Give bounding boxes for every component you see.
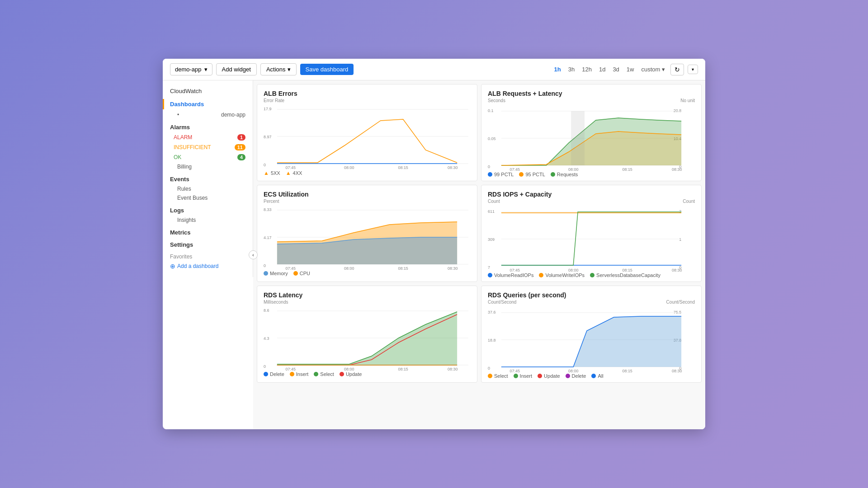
dashboard-dropdown-value: demo-app [175, 66, 202, 73]
rds-iops-y-label: Count [488, 199, 500, 204]
svg-marker-57 [277, 312, 457, 365]
time-3h-button[interactable]: 3h [566, 65, 576, 74]
svg-text:20.8: 20.8 [674, 108, 681, 113]
sidebar-settings-label[interactable]: Settings [163, 239, 253, 250]
time-3d-button[interactable]: 3d [611, 65, 621, 74]
dashboard-dropdown[interactable]: demo-app ▾ [170, 63, 212, 75]
legend-update: Update [340, 371, 362, 377]
chevron-down-icon: ▾ [692, 67, 694, 72]
svg-text:0: 0 [264, 163, 266, 167]
alarm-alarm-label: ALARM [174, 134, 192, 141]
alarm-ok-label: OK [174, 154, 181, 160]
time-1h-button[interactable]: 1h [552, 65, 563, 74]
legend-select-q: Select [488, 373, 508, 379]
sidebar-brand: CloudWatch [163, 86, 253, 99]
legend-delete: Delete [264, 371, 284, 377]
ecs-utilization-legend: Memory CPU [264, 271, 471, 276]
rds-iops-legend: VolumeReadIOPs VolumeWriteIOPs Serverles… [488, 272, 695, 278]
svg-text:07:45: 07:45 [286, 266, 296, 271]
time-custom-button[interactable]: custom ▾ [639, 65, 667, 74]
svg-text:0.1: 0.1 [488, 108, 493, 113]
chart-alb-errors: ALB Errors Error Rate 17.9 8.97 0 [257, 84, 477, 181]
svg-text:07:45: 07:45 [286, 165, 296, 170]
actions-arrow-icon: ▾ [288, 66, 291, 73]
svg-text:08:30: 08:30 [448, 266, 458, 271]
add-widget-label: Add widget [222, 66, 251, 73]
sidebar-demo-app[interactable]: • demo-app [163, 110, 253, 119]
sidebar-alarm-ok[interactable]: OK 4 [163, 152, 253, 162]
legend-99pctl: 99 PCTL [488, 172, 514, 177]
svg-text:4.17: 4.17 [264, 235, 271, 240]
settings-refresh-button[interactable]: ▾ [688, 65, 698, 74]
add-dashboard-button[interactable]: ⊕ Add a dashboard [163, 261, 253, 272]
svg-text:08:15: 08:15 [398, 367, 408, 371]
sidebar-collapse-button[interactable]: ‹ [249, 250, 258, 259]
save-dashboard-label: Save dashboard [306, 66, 349, 73]
sidebar-rules[interactable]: Rules [163, 184, 253, 193]
rds-queries-y-label-right: Count/Second [666, 300, 695, 305]
rds-iops-axis-row: Count Count [488, 199, 695, 206]
alb-errors-title: ALB Errors [264, 90, 471, 97]
legend-all-q: All [591, 373, 603, 379]
sidebar-event-buses[interactable]: Event Buses [163, 193, 253, 202]
alb-errors-chart: 17.9 8.97 0 07:45 [264, 105, 471, 168]
rds-queries-axis-row: Count/Second Count/Second [488, 300, 695, 306]
dropdown-arrow-icon: ▾ [204, 66, 208, 73]
svg-text:08:00: 08:00 [344, 266, 354, 271]
time-12h-button[interactable]: 12h [580, 65, 594, 74]
svg-text:08:30: 08:30 [448, 367, 458, 371]
legend-volume-read: VolumeReadIOPs [488, 272, 533, 278]
svg-text:08:30: 08:30 [448, 165, 458, 170]
svg-text:07:45: 07:45 [510, 167, 520, 172]
legend-requests: Requests [551, 172, 578, 177]
svg-text:08:15: 08:15 [398, 266, 408, 271]
sidebar-wrapper: CloudWatch Dashboards • demo-app Alarms … [163, 80, 253, 429]
svg-text:07:45: 07:45 [510, 369, 520, 373]
dashboard-grid: ALB Errors Error Rate 17.9 8.97 0 [257, 84, 702, 383]
legend-4xx: ▲ 4XX [286, 170, 302, 176]
alb-requests-chart: 0.1 0.05 0 20.8 10.4 0 [488, 107, 695, 170]
svg-text:0: 0 [488, 164, 490, 169]
svg-text:8.97: 8.97 [264, 135, 271, 139]
sidebar-dashboards-label[interactable]: Dashboards [163, 99, 253, 109]
svg-text:0: 0 [264, 364, 266, 369]
svg-text:4.3: 4.3 [264, 336, 269, 341]
legend-insert-q: Insert [514, 373, 533, 379]
svg-text:8.6: 8.6 [264, 308, 269, 313]
sidebar-billing[interactable]: Billing [163, 162, 253, 171]
actions-button[interactable]: Actions ▾ [260, 63, 297, 75]
time-controls: 1h 3h 12h 1d 3d 1w custom ▾ ↻ ▾ [552, 64, 698, 75]
sidebar-alarms-label[interactable]: Alarms [163, 122, 253, 132]
actions-label: Actions [266, 66, 286, 73]
svg-rect-21 [571, 111, 585, 165]
svg-text:08:30: 08:30 [672, 369, 682, 373]
alb-requests-title: ALB Requests + Latency [488, 90, 695, 97]
svg-text:37.6: 37.6 [488, 310, 495, 314]
alb-errors-legend: ▲ 5XX ▲ 4XX [264, 170, 471, 176]
svg-text:08:00: 08:00 [344, 165, 354, 170]
svg-text:0: 0 [264, 263, 266, 268]
alb-errors-y-label: Error Rate [264, 98, 471, 103]
refresh-button[interactable]: ↻ [670, 64, 684, 75]
svg-text:07:45: 07:45 [286, 367, 296, 371]
sidebar-events-label[interactable]: Events [163, 174, 253, 184]
sidebar-insights[interactable]: Insights [163, 216, 253, 225]
legend-95pctl: 95 PCTL [519, 172, 545, 177]
sidebar-alarm-insufficient[interactable]: INSUFFICIENT 11 [163, 142, 253, 152]
svg-text:17.9: 17.9 [264, 107, 271, 111]
add-widget-button[interactable]: Add widget [216, 63, 257, 75]
time-1w-button[interactable]: 1w [625, 65, 636, 74]
svg-text:0: 0 [488, 366, 490, 371]
save-dashboard-button[interactable]: Save dashboard [300, 64, 354, 75]
sidebar-alarm-alarm[interactable]: ALARM 1 [163, 132, 253, 142]
svg-text:08:15: 08:15 [622, 167, 632, 172]
alb-requests-axis-row: Seconds No unit [488, 98, 695, 105]
sidebar-metrics-label[interactable]: Metrics [163, 227, 253, 238]
svg-text:7: 7 [488, 265, 490, 270]
svg-text:08:00: 08:00 [568, 268, 578, 272]
time-1d-button[interactable]: 1d [597, 65, 607, 74]
billing-label: Billing [177, 164, 192, 170]
chart-rds-queries: RDS Queries (per second) Count/Second Co… [481, 286, 702, 383]
svg-text:08:15: 08:15 [622, 369, 632, 373]
sidebar-logs-label[interactable]: Logs [163, 205, 253, 216]
